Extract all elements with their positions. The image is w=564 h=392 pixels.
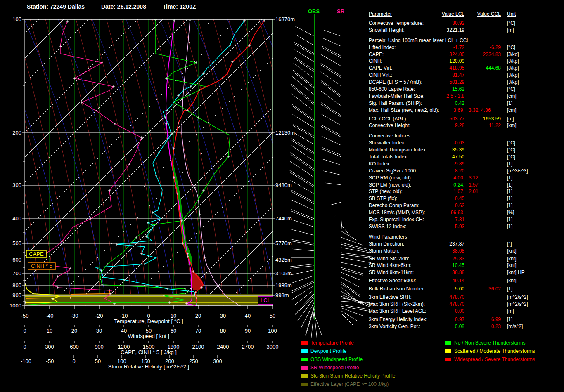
param-label: SR Wind Sfc-2km: (369, 255, 409, 262)
axis-title: CAPE, CINH * 5 [ J/kg ] (121, 349, 177, 355)
value-lcl: 503.77 (427, 116, 464, 123)
table-row: 3km Effective SRH:478.70[m^2/s^2] (369, 294, 564, 301)
table-row: SCP LM (new, old):0.24,1.57[1] (369, 182, 564, 189)
value-lcl: 0.62 (427, 202, 464, 209)
table-row: Storm Direction:237.87[°] (369, 241, 564, 248)
unit-label: [J/kg] (507, 72, 519, 79)
table-row: Total Totals Index:47.50[°C] (369, 153, 564, 161)
table-row: Max 3km SRH Level AGL:0.00[m] (369, 308, 564, 315)
param-label: Lifted Index: (369, 44, 396, 51)
height-label: 3105m (275, 270, 292, 276)
axis-tick-label: 30 (220, 313, 226, 319)
value-lcl: 4.00, (427, 175, 464, 182)
legend-label: OBS Windspeed Profile (310, 357, 363, 362)
value-ccl: 2.01 (469, 188, 478, 195)
unit-label: [J/kg] (507, 51, 519, 58)
legend-label: No / Non Severe Thunderstorms (454, 340, 526, 346)
unit-label: [knt] (507, 255, 517, 262)
axis-tick-label: 10 (47, 328, 52, 334)
unit-label: [1] (507, 202, 512, 209)
legend-label: Dewpoint Profile (310, 348, 346, 354)
axis-tick-label: 600 (70, 344, 79, 350)
value-ccl: 3.12 (469, 175, 478, 182)
axis-tick-label: -50 (21, 313, 29, 319)
table-row: CINH Virt.:81.47[J/kg] (369, 72, 564, 79)
table-row: SWISS 12 Index:-5.93[1] (369, 223, 564, 230)
svg-text:CINH * 5: CINH * 5 (31, 263, 52, 269)
unit-label: [knt] (507, 277, 517, 284)
table-row: Bulk Richardson Number:5.0036.02[1] (369, 286, 564, 293)
axis-tick-label: -20 (95, 313, 103, 319)
pressure-label: 900 (12, 292, 21, 298)
legend-swatch (445, 358, 451, 361)
axis-tick-label: 2100 (192, 344, 204, 350)
axis-tick-label: 0 (23, 344, 26, 350)
param-label: Convective Temperature: (369, 20, 424, 27)
value-lcl: -9.89 (427, 161, 464, 168)
axis-tick-label: 3000 (267, 344, 279, 350)
height-label: 998m (275, 292, 289, 298)
table-header-c2: Value LCL (427, 11, 464, 18)
legend-label: Widespread / Severe Thunderstorms (454, 357, 535, 362)
pressure-label: 800 (12, 282, 21, 288)
value-lcl: 324.00 (427, 51, 464, 58)
unit-label: [knt] (507, 262, 517, 269)
unit-label: [1] (507, 100, 512, 107)
pressure-label: 700 (12, 270, 21, 276)
pressure-label: 600 (12, 257, 21, 263)
value-lcl: 0.00 (427, 308, 464, 315)
value-lcl: 15.62 (427, 86, 464, 93)
axis-tick-label: 40 (245, 313, 251, 319)
param-label: CAPE Virt.: (369, 65, 393, 72)
height-label: 7440m (275, 215, 292, 222)
table-row: Convective Height:9.2811.22[km] (369, 122, 564, 129)
unit-label: [°C] (507, 146, 515, 153)
table-section-title: Parcels: Using 100mB mean layer LCL + CC… (369, 37, 564, 44)
unit-label: [cm] (507, 93, 517, 100)
axis-title: Windspeed [ knt ] (128, 333, 169, 339)
table-row: Showalter Index:-0.03[°C] (369, 139, 564, 146)
axis-tick-label: -40 (46, 313, 54, 319)
table-row: SR Wind 4km-6km:10.45[knt] (369, 262, 564, 269)
axis-tick-label: 70 (195, 328, 201, 334)
value-lcl: 0.08 (427, 323, 464, 330)
param-label: 3km Effective SRH: (369, 294, 412, 301)
param-label: SCP RM (new, old): (369, 175, 412, 182)
unit-label: [km] (507, 122, 517, 129)
legend-swatch (301, 366, 308, 370)
obs-windbarb-column (289, 14, 321, 338)
table-row: CAPE Virt.:418.95444.68[J/kg] (369, 65, 564, 72)
pressure-label: 300 (12, 182, 21, 188)
param-label: Max 3km SRH (Sfc-2km): (369, 301, 425, 308)
param-label: 3km Vorticity Gen. Pot.: (369, 323, 420, 330)
table-row: SB STP (fix):0.45[1] (369, 195, 564, 202)
height-label: 5770m (275, 240, 292, 246)
axis-tick-label: 60 (171, 328, 176, 334)
table-row: MCS 18m/s (MMP, MSP):96.63,---[%] (369, 209, 564, 216)
legend-label: SR Windspeed Profile (310, 365, 359, 371)
legend-swatch (301, 374, 308, 378)
legend-swatch (445, 341, 451, 345)
value-lcl: 478.70 (427, 294, 464, 301)
param-label: KO Index: (369, 161, 391, 168)
param-label: MCS 18m/s (MMP, MSP): (369, 209, 425, 216)
param-label: Craven SigSvr / 1000: (369, 168, 417, 175)
table-row: 3km Vorticity Gen. Pot.:0.080.23[m/s^2] (369, 323, 564, 330)
param-label: Max 3km SRH Level AGL: (369, 308, 426, 315)
unit-label: [1] (507, 175, 512, 182)
unit-label: [knt] HP (507, 269, 525, 276)
param-label: Bulk Richardson Number: (369, 286, 425, 293)
value-lcl: 418.95 (427, 65, 464, 72)
legend-swatch (301, 383, 308, 386)
height-label: 1989m (275, 282, 292, 288)
sr-windbarb-column (321, 14, 375, 326)
unit-label: [°C] (507, 20, 515, 27)
height-label: 12130m (275, 130, 295, 136)
param-label: CINH Virt.: (369, 72, 392, 79)
unit-label: [°C] (507, 153, 515, 161)
param-label: 3km Energy Helicity Index: (369, 316, 427, 323)
table-row: STP (new, old):1.07,2.01[1] (369, 188, 564, 195)
sounding-app: { "header":{"station":"Station: 72249 Da… (0, 0, 564, 392)
table-row: Max 3km SRH (Sfc-2km):478.70[m^2/s^2] (369, 301, 564, 308)
value-lcl: 38.08 (427, 248, 464, 255)
